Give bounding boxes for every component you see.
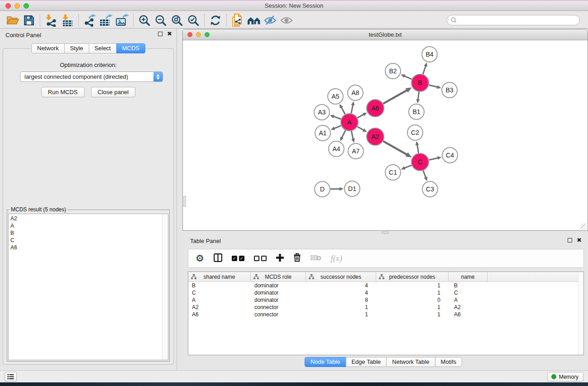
table-cell[interactable]: 4 xyxy=(306,289,376,296)
export-image-icon[interactable] xyxy=(114,13,130,28)
graph-edge[interactable] xyxy=(404,165,411,168)
graph-edge[interactable] xyxy=(417,145,419,153)
tab-style[interactable]: Style xyxy=(64,43,89,53)
graph-edge[interactable] xyxy=(334,126,341,129)
table-cell[interactable]: 1 xyxy=(306,304,376,311)
table-scrollbar-track[interactable] xyxy=(578,272,583,355)
save-session-icon[interactable] xyxy=(21,13,37,28)
tab-network[interactable]: Network xyxy=(31,43,65,53)
refresh-icon[interactable] xyxy=(207,13,224,28)
criterion-select[interactable]: largest connected component (directed) xyxy=(20,71,163,82)
graph-edge[interactable] xyxy=(429,158,438,160)
graph-edge[interactable] xyxy=(383,141,407,155)
delete-column-icon[interactable] xyxy=(293,253,301,264)
table-cell[interactable]: A xyxy=(449,296,488,304)
search-input[interactable] xyxy=(459,17,576,24)
network-window-titlebar[interactable]: testGlobe.txt xyxy=(183,29,588,40)
tab-motifs[interactable]: Motifs xyxy=(435,357,462,367)
open-session-icon[interactable] xyxy=(5,13,21,28)
table-cell[interactable]: A6 xyxy=(449,311,488,318)
table-cell[interactable]: dominator xyxy=(251,282,306,289)
task-history-button[interactable] xyxy=(5,372,17,381)
hide-selected-icon[interactable] xyxy=(262,13,278,28)
graph-edge[interactable] xyxy=(357,127,363,130)
column-header-mcds-role[interactable]: MCDS role xyxy=(251,272,306,281)
zoom-selected-icon[interactable] xyxy=(185,13,201,28)
float-panel-icon[interactable] xyxy=(158,32,163,36)
graph-edge[interactable] xyxy=(333,116,341,119)
mcds-result-item[interactable]: A2 xyxy=(10,215,168,222)
close-panel-button[interactable]: Close panel xyxy=(91,87,136,97)
graph-edge[interactable] xyxy=(351,105,353,113)
show-all-icon[interactable] xyxy=(278,13,295,28)
first-neighbors-icon[interactable] xyxy=(246,13,262,28)
graph-edge[interactable] xyxy=(423,171,426,178)
graph-edge[interactable] xyxy=(429,85,437,87)
table-cell[interactable]: 1 xyxy=(376,304,449,311)
table-cell[interactable]: B xyxy=(188,282,251,289)
mcds-result-item[interactable]: A xyxy=(10,222,168,229)
table-cell[interactable]: connector xyxy=(251,304,306,311)
close-panel-icon[interactable]: ✖ xyxy=(167,32,172,36)
tab-mcds[interactable]: MCDS xyxy=(116,43,145,53)
graph-edge[interactable] xyxy=(341,107,345,114)
horizontal-splitter-grip[interactable] xyxy=(382,231,389,234)
settings-gear-icon[interactable]: ⚙ xyxy=(196,254,204,263)
table-row[interactable]: A2connector11A2 xyxy=(188,304,583,311)
zoom-out-icon[interactable] xyxy=(153,13,169,28)
table-cell[interactable]: 1 xyxy=(376,289,449,296)
search-box[interactable] xyxy=(447,15,580,25)
tab-edge-table[interactable]: Edge Table xyxy=(345,357,387,367)
import-network-icon[interactable] xyxy=(43,13,59,28)
tab-select[interactable]: Select xyxy=(89,43,117,53)
table-cell[interactable]: 0 xyxy=(376,296,449,304)
table-cell[interactable]: 1 xyxy=(376,282,449,289)
graph-edge[interactable] xyxy=(383,90,407,104)
table-cell[interactable]: A2 xyxy=(188,304,251,311)
table-cell[interactable]: A xyxy=(188,296,251,304)
table-cell[interactable]: C xyxy=(449,289,488,296)
splitter-grip[interactable] xyxy=(183,196,186,207)
deselect-all-icon[interactable] xyxy=(254,256,267,261)
scrollbar-track[interactable] xyxy=(162,214,168,360)
table-cell[interactable]: A6 xyxy=(188,311,251,318)
table-cell[interactable]: 8 xyxy=(306,296,376,304)
run-mcds-button[interactable]: Run MCDS xyxy=(41,87,85,97)
tab-node-table[interactable]: Node Table xyxy=(305,357,346,367)
table-cell[interactable]: connector xyxy=(251,311,306,318)
table-cell[interactable]: 1 xyxy=(306,311,376,318)
column-header-predecessor-nodes[interactable]: predecessor nodes xyxy=(376,272,449,281)
table-row[interactable]: A6connector11A6 xyxy=(188,311,583,318)
close-table-panel-icon[interactable]: ✖ xyxy=(577,238,582,243)
graph-edge[interactable] xyxy=(423,66,425,74)
split-pane-icon[interactable] xyxy=(214,253,222,264)
mcds-result-list[interactable]: A2ABCA6 xyxy=(8,214,168,360)
float-table-panel-icon[interactable] xyxy=(568,238,572,243)
function-builder-icon[interactable]: f(x) xyxy=(331,254,342,263)
column-header-shared-name[interactable]: shared name xyxy=(188,272,251,281)
table-row[interactable]: Adominator80A xyxy=(188,296,583,304)
column-header-name[interactable]: name xyxy=(449,272,488,281)
column-header-successor-nodes[interactable]: successor nodes xyxy=(306,272,376,281)
graph-edge[interactable] xyxy=(418,92,419,100)
graph-edge[interactable] xyxy=(351,131,353,139)
resize-grip-icon[interactable] xyxy=(581,224,587,229)
graph-edge[interactable] xyxy=(404,76,412,79)
new-network-icon[interactable] xyxy=(229,13,246,28)
export-network-icon[interactable] xyxy=(81,13,98,28)
network-canvas[interactable]: AA1A2A3A4A5A6A7A8BB1B2B3B4CC1C2C3C4DD1 xyxy=(183,40,588,230)
add-column-icon[interactable] xyxy=(276,254,284,263)
export-table-icon[interactable] xyxy=(98,13,114,28)
zoom-fit-icon[interactable] xyxy=(169,13,185,28)
mcds-result-item[interactable]: C xyxy=(10,237,168,244)
table-cell[interactable]: dominator xyxy=(251,296,306,304)
table-row[interactable]: Bdominator41B xyxy=(188,282,583,289)
delete-table-icon[interactable] xyxy=(311,254,321,263)
tab-network-table[interactable]: Network Table xyxy=(386,357,435,367)
table-row[interactable]: Cdominator41C xyxy=(188,289,583,296)
select-all-icon[interactable]: ✓✓ xyxy=(232,256,244,261)
graph-edge[interactable] xyxy=(342,130,345,138)
import-table-icon[interactable] xyxy=(59,13,76,28)
table-cell[interactable]: A2 xyxy=(449,304,488,311)
table-cell[interactable]: 1 xyxy=(376,311,449,318)
